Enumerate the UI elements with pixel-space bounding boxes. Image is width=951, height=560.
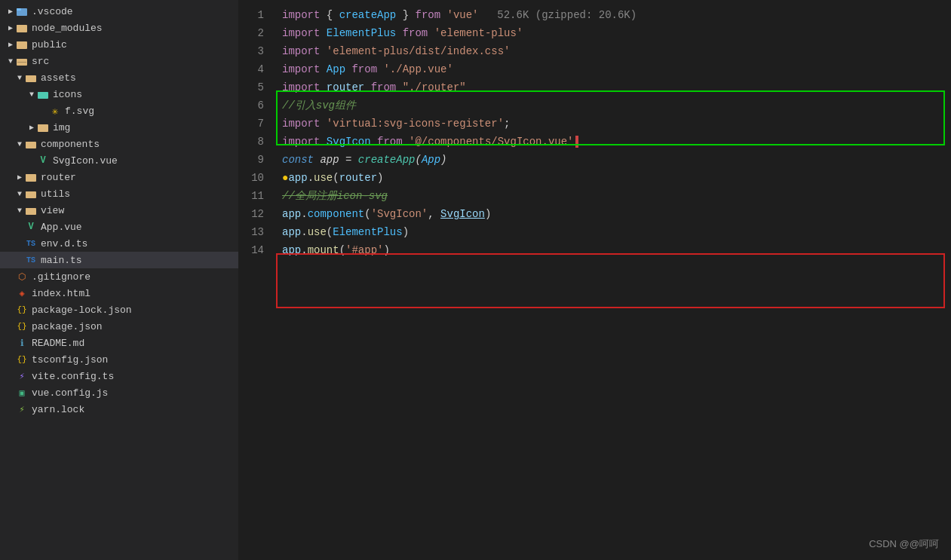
json-file-icon: {} xyxy=(15,303,29,317)
sidebar-item-public[interactable]: ▶ public xyxy=(0,36,238,53)
html-file-icon: ◈ xyxy=(15,286,29,300)
sidebar-item-label: vue.config.js xyxy=(32,387,108,399)
svg-rect-7 xyxy=(17,59,21,61)
line-number: 1 xyxy=(238,6,276,24)
line-content: import App from './App.vue' xyxy=(276,60,951,78)
line-content: ●app.use(router) xyxy=(276,169,951,187)
sidebar-item-label: package-lock.json xyxy=(32,304,132,316)
sidebar-item-label: icons xyxy=(53,89,82,100)
code-line-4: 4 import App from './App.vue' xyxy=(238,60,951,78)
sidebar-item-readme[interactable]: ℹ README.md xyxy=(0,335,238,351)
line-number: 13 xyxy=(238,223,276,241)
line-number: 2 xyxy=(238,24,276,42)
line-number: 11 xyxy=(238,187,276,205)
sidebar-item-label: yarn.lock xyxy=(32,404,84,415)
folder-icon xyxy=(24,170,38,184)
folder-open-icon xyxy=(24,187,38,200)
sidebar-item-node-modules[interactable]: ▶ node_modules xyxy=(0,20,238,36)
arrow-icon: ▶ xyxy=(6,7,15,16)
arrow-open-icon: ▼ xyxy=(6,57,15,66)
line-content: import 'element-plus/dist/index.css' xyxy=(276,42,951,60)
code-line-1: 1 import { createApp } from 'vue' 52.6K … xyxy=(238,6,951,24)
sidebar-item-label: router xyxy=(41,172,76,183)
folder-open-icon xyxy=(24,71,38,84)
folder-open-icon xyxy=(24,137,38,151)
folder-icon xyxy=(36,121,50,134)
sidebar-item-app-vue[interactable]: V App.vue xyxy=(0,219,238,235)
sidebar-item-vite-config[interactable]: ⚡ vite.config.ts xyxy=(0,368,238,384)
svg-rect-10 xyxy=(26,75,30,78)
sidebar-item-env-dts[interactable]: TS env.d.ts xyxy=(0,235,238,252)
code-line-8: 8 import SvgIcon from '@/components/SvgI… xyxy=(238,133,951,151)
line-number: 14 xyxy=(238,241,276,259)
folder-open-icon xyxy=(15,54,29,68)
sidebar-item-img[interactable]: ▶ img xyxy=(0,119,238,136)
code-line-14: 14 app.mount('#app') xyxy=(238,241,951,259)
sidebar-item-label: assets xyxy=(41,72,76,84)
line-content: import SvgIcon from '@/components/SvgIco… xyxy=(276,133,951,151)
sidebar-item-svgicon-vue[interactable]: V SvgIcon.vue xyxy=(0,152,238,169)
line-number: 3 xyxy=(238,42,276,60)
line-content: app.component('SvgIcon', SvgIcon) xyxy=(276,205,951,223)
sidebar-item-assets[interactable]: ▼ assets xyxy=(0,69,238,86)
sidebar-item-label: img xyxy=(53,122,70,133)
line-number: 12 xyxy=(238,205,276,223)
arrow-icon: ▶ xyxy=(6,23,15,32)
code-line-13: 13 app.use(ElementPlus) xyxy=(238,223,951,241)
sidebar-item-label: env.d.ts xyxy=(41,238,87,249)
code-line-5: 5 import router from "./router" xyxy=(238,78,951,96)
sidebar-item-components[interactable]: ▼ components xyxy=(0,136,238,152)
sidebar-item-label: f.svg xyxy=(65,106,94,117)
arrow-open-icon: ▼ xyxy=(15,207,24,215)
line-number: 6 xyxy=(238,96,276,115)
folder-icon xyxy=(15,21,29,35)
sidebar-item-label: SvgIcon.vue xyxy=(53,155,118,167)
vite-file-icon: ⚡ xyxy=(15,369,29,383)
svg-rect-14 xyxy=(38,124,42,127)
sidebar-item-label: node_modules xyxy=(32,23,103,34)
svg-rect-12 xyxy=(38,92,42,94)
sidebar-item-package-lock[interactable]: {} package-lock.json xyxy=(0,301,238,318)
sidebar-item-index-html[interactable]: ◈ index.html xyxy=(0,285,238,301)
svg-file-icon: ✳ xyxy=(48,104,62,118)
line-content: app.use(ElementPlus) xyxy=(276,223,951,241)
code-line-11: 11 //全局注册icon-svg xyxy=(238,187,951,205)
sidebar-item-yarn-lock[interactable]: ⚡ yarn.lock xyxy=(0,401,238,418)
watermark: CSDN @@呵呵 xyxy=(869,537,939,551)
arrow-open-icon: ▼ xyxy=(15,140,24,148)
folder-icon xyxy=(15,38,29,51)
code-line-7: 7 import 'virtual:svg-icons-register'; xyxy=(238,115,951,133)
vue-file-icon: V xyxy=(24,220,38,234)
sidebar-item-label: utils xyxy=(41,188,70,200)
sidebar-item-label: public xyxy=(32,39,67,50)
arrow-icon: ▶ xyxy=(6,40,15,49)
sidebar-item-router[interactable]: ▶ router xyxy=(0,169,238,185)
lock-file-icon: ⚡ xyxy=(15,402,29,416)
sidebar-item-tsconfig[interactable]: {} tsconfig.json xyxy=(0,351,238,368)
sidebar-item-icons[interactable]: ▼ icons xyxy=(0,86,238,103)
sidebar-item-package-json[interactable]: {} package.json xyxy=(0,318,238,335)
file-explorer: ▶ .vscode ▶ node_modules ▶ public ▼ src … xyxy=(0,0,238,560)
sidebar-item-view[interactable]: ▼ view xyxy=(0,202,238,219)
sidebar-item-src[interactable]: ▼ src xyxy=(0,53,238,69)
line-content: import router from "./router" xyxy=(276,78,951,96)
sidebar-item-label: README.md xyxy=(32,338,84,349)
sidebar-item-f-svg[interactable]: ✳ f.svg xyxy=(0,103,238,119)
code-editor[interactable]: 1 import { createApp } from 'vue' 52.6K … xyxy=(238,0,951,560)
sidebar-item-utils[interactable]: ▼ utils xyxy=(0,185,238,202)
sidebar-item-vscode[interactable]: ▶ .vscode xyxy=(0,3,238,20)
md-file-icon: ℹ xyxy=(15,336,29,350)
sidebar-item-main-ts[interactable]: TS main.ts xyxy=(0,252,238,268)
json-file-icon: {} xyxy=(15,320,29,333)
svg-rect-5 xyxy=(17,41,21,44)
code-content: 1 import { createApp } from 'vue' 52.6K … xyxy=(238,0,951,265)
line-content: import ElementPlus from 'element-plus' xyxy=(276,24,951,42)
line-content: import 'virtual:svg-icons-register'; xyxy=(276,115,951,133)
arrow-icon: ▶ xyxy=(27,123,36,132)
svg-rect-1 xyxy=(17,8,21,11)
sidebar-item-vue-config[interactable]: ▣ vue.config.js xyxy=(0,384,238,401)
vue-file-icon: V xyxy=(36,154,50,167)
line-content: //引入svg组件 xyxy=(276,96,951,115)
sidebar-item-label: .gitignore xyxy=(32,271,90,283)
sidebar-item-gitignore[interactable]: ⬡ .gitignore xyxy=(0,268,238,285)
